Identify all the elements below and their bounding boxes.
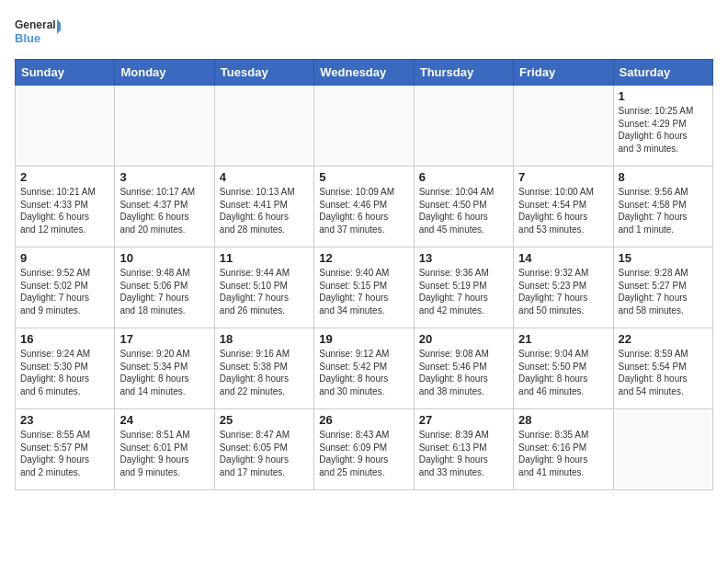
- day-info: Sunrise: 10:04 AMSunset: 4:50 PMDaylight…: [419, 186, 508, 236]
- day-number: 24: [119, 413, 209, 427]
- day-info: Sunrise: 8:39 AMSunset: 6:13 PMDaylight:…: [419, 429, 508, 478]
- calendar-cell: 3Sunrise: 10:17 AMSunset: 4:37 PMDayligh…: [115, 167, 214, 247]
- day-number: 9: [20, 251, 109, 265]
- day-info: Sunrise: 10:09 AMSunset: 4:46 PMDaylight…: [319, 186, 408, 236]
- day-info: Sunrise: 10:17 AMSunset: 4:37 PMDaylight…: [119, 186, 209, 236]
- day-number: 28: [518, 413, 608, 427]
- day-number: 21: [518, 332, 608, 346]
- calendar-cell: 1Sunrise: 10:25 AMSunset: 4:29 PMDayligh…: [613, 86, 712, 167]
- day-number: 23: [20, 413, 109, 427]
- day-info: Sunrise: 8:55 AMSunset: 5:57 PMDaylight:…: [20, 429, 109, 478]
- day-info: Sunrise: 9:52 AMSunset: 5:02 PMDaylight:…: [20, 267, 109, 316]
- day-number: 20: [419, 332, 508, 346]
- calendar-cell: 7Sunrise: 10:00 AMSunset: 4:54 PMDayligh…: [514, 167, 613, 247]
- calendar-cell: 2Sunrise: 10:21 AMSunset: 4:33 PMDayligh…: [16, 167, 115, 247]
- calendar-cell: [214, 86, 313, 167]
- calendar-cell: 14Sunrise: 9:32 AMSunset: 5:23 PMDayligh…: [514, 247, 613, 328]
- day-number: 12: [319, 251, 408, 265]
- weekday-header: Saturday: [613, 60, 712, 86]
- day-info: Sunrise: 10:25 AMSunset: 4:29 PMDaylight…: [619, 105, 708, 155]
- logo-svg: General Blue: [15, 15, 61, 52]
- day-info: Sunrise: 9:20 AMSunset: 5:34 PMDaylight:…: [119, 348, 209, 397]
- calendar-cell: 23Sunrise: 8:55 AMSunset: 5:57 PMDayligh…: [16, 409, 115, 490]
- weekday-header: Sunday: [16, 60, 115, 86]
- day-number: 7: [518, 170, 608, 184]
- day-info: Sunrise: 9:28 AMSunset: 5:27 PMDaylight:…: [619, 267, 708, 316]
- day-info: Sunrise: 9:24 AMSunset: 5:30 PMDaylight:…: [20, 348, 109, 397]
- weekday-header: Friday: [514, 60, 613, 86]
- day-number: 13: [419, 251, 508, 265]
- day-number: 15: [619, 251, 708, 265]
- calendar-cell: 18Sunrise: 9:16 AMSunset: 5:38 PMDayligh…: [214, 328, 313, 409]
- day-info: Sunrise: 9:12 AMSunset: 5:42 PMDaylight:…: [319, 348, 408, 397]
- calendar-cell: [613, 409, 712, 490]
- calendar-cell: 8Sunrise: 9:56 AMSunset: 4:58 PMDaylight…: [613, 167, 712, 247]
- calendar-cell: 21Sunrise: 9:04 AMSunset: 5:50 PMDayligh…: [514, 328, 613, 409]
- svg-text:General: General: [15, 18, 56, 31]
- day-info: Sunrise: 10:00 AMSunset: 4:54 PMDaylight…: [518, 186, 608, 236]
- calendar-cell: [314, 86, 414, 167]
- calendar-cell: 22Sunrise: 8:59 AMSunset: 5:54 PMDayligh…: [613, 328, 712, 409]
- calendar-cell: 13Sunrise: 9:36 AMSunset: 5:19 PMDayligh…: [414, 247, 513, 328]
- day-info: Sunrise: 9:32 AMSunset: 5:23 PMDaylight:…: [518, 267, 608, 316]
- day-info: Sunrise: 10:13 AMSunset: 4:41 PMDaylight…: [220, 186, 309, 236]
- day-number: 22: [619, 332, 708, 346]
- page-header: General Blue: [15, 15, 713, 52]
- calendar-cell: 12Sunrise: 9:40 AMSunset: 5:15 PMDayligh…: [314, 247, 414, 328]
- calendar-cell: 11Sunrise: 9:44 AMSunset: 5:10 PMDayligh…: [214, 247, 313, 328]
- day-number: 16: [20, 332, 109, 346]
- day-number: 14: [518, 251, 608, 265]
- calendar-cell: 27Sunrise: 8:39 AMSunset: 6:13 PMDayligh…: [414, 409, 513, 490]
- calendar-cell: 9Sunrise: 9:52 AMSunset: 5:02 PMDaylight…: [16, 247, 115, 328]
- day-number: 27: [419, 413, 508, 427]
- calendar-cell: 20Sunrise: 9:08 AMSunset: 5:46 PMDayligh…: [414, 328, 513, 409]
- day-info: Sunrise: 9:16 AMSunset: 5:38 PMDaylight:…: [220, 348, 309, 397]
- calendar-cell: 16Sunrise: 9:24 AMSunset: 5:30 PMDayligh…: [16, 328, 115, 409]
- calendar-cell: 6Sunrise: 10:04 AMSunset: 4:50 PMDayligh…: [414, 167, 513, 247]
- calendar-cell: 24Sunrise: 8:51 AMSunset: 6:01 PMDayligh…: [115, 409, 214, 490]
- day-info: Sunrise: 10:21 AMSunset: 4:33 PMDaylight…: [20, 186, 109, 236]
- calendar-cell: 28Sunrise: 8:35 AMSunset: 6:16 PMDayligh…: [514, 409, 613, 490]
- svg-marker-2: [57, 19, 61, 34]
- calendar-cell: [414, 86, 513, 167]
- day-number: 17: [119, 332, 209, 346]
- calendar-cell: [16, 86, 115, 167]
- day-info: Sunrise: 8:51 AMSunset: 6:01 PMDaylight:…: [119, 429, 209, 478]
- day-info: Sunrise: 9:48 AMSunset: 5:06 PMDaylight:…: [119, 267, 209, 316]
- day-number: 4: [220, 170, 309, 184]
- calendar-cell: 19Sunrise: 9:12 AMSunset: 5:42 PMDayligh…: [314, 328, 414, 409]
- day-info: Sunrise: 9:04 AMSunset: 5:50 PMDaylight:…: [518, 348, 608, 397]
- day-number: 5: [319, 170, 408, 184]
- calendar-table: SundayMondayTuesdayWednesdayThursdayFrid…: [15, 59, 713, 490]
- day-number: 2: [20, 170, 109, 184]
- calendar-cell: 4Sunrise: 10:13 AMSunset: 4:41 PMDayligh…: [214, 167, 313, 247]
- calendar-cell: 17Sunrise: 9:20 AMSunset: 5:34 PMDayligh…: [115, 328, 214, 409]
- day-info: Sunrise: 9:08 AMSunset: 5:46 PMDaylight:…: [419, 348, 508, 397]
- calendar-cell: 5Sunrise: 10:09 AMSunset: 4:46 PMDayligh…: [314, 167, 414, 247]
- day-number: 8: [619, 170, 708, 184]
- calendar-cell: 25Sunrise: 8:47 AMSunset: 6:05 PMDayligh…: [214, 409, 313, 490]
- day-number: 18: [220, 332, 309, 346]
- day-info: Sunrise: 9:44 AMSunset: 5:10 PMDaylight:…: [220, 267, 309, 316]
- day-info: Sunrise: 9:36 AMSunset: 5:19 PMDaylight:…: [419, 267, 508, 316]
- logo: General Blue: [15, 15, 61, 52]
- svg-text:Blue: Blue: [15, 31, 40, 45]
- weekday-header: Monday: [115, 60, 214, 86]
- day-info: Sunrise: 8:43 AMSunset: 6:09 PMDaylight:…: [319, 429, 408, 478]
- day-info: Sunrise: 8:47 AMSunset: 6:05 PMDaylight:…: [220, 429, 309, 478]
- day-info: Sunrise: 9:56 AMSunset: 4:58 PMDaylight:…: [619, 186, 708, 236]
- day-number: 26: [319, 413, 408, 427]
- day-info: Sunrise: 8:35 AMSunset: 6:16 PMDaylight:…: [518, 429, 608, 478]
- weekday-header: Wednesday: [314, 60, 414, 86]
- day-number: 3: [119, 170, 209, 184]
- day-number: 10: [119, 251, 209, 265]
- calendar-cell: 15Sunrise: 9:28 AMSunset: 5:27 PMDayligh…: [613, 247, 712, 328]
- day-number: 6: [419, 170, 508, 184]
- weekday-header: Tuesday: [214, 60, 313, 86]
- day-number: 1: [619, 89, 708, 103]
- day-number: 19: [319, 332, 408, 346]
- day-info: Sunrise: 9:40 AMSunset: 5:15 PMDaylight:…: [319, 267, 408, 316]
- calendar-cell: 26Sunrise: 8:43 AMSunset: 6:09 PMDayligh…: [314, 409, 414, 490]
- calendar-cell: [514, 86, 613, 167]
- day-info: Sunrise: 8:59 AMSunset: 5:54 PMDaylight:…: [619, 348, 708, 397]
